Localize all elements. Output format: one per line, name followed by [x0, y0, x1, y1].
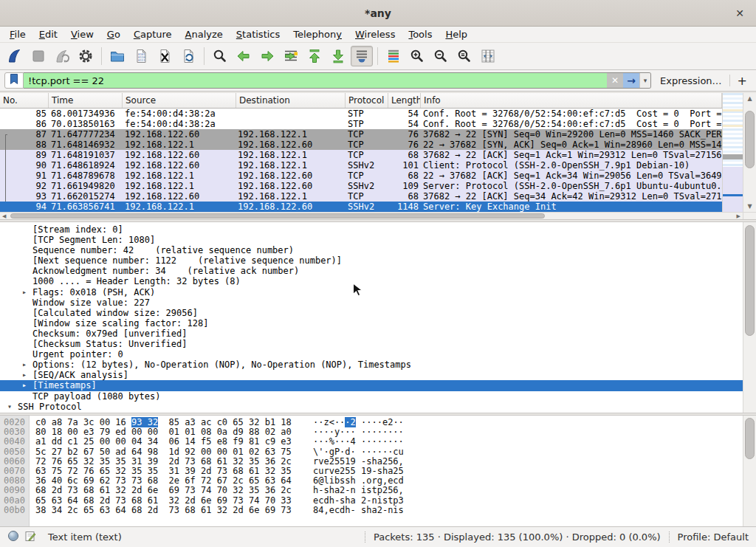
hex-row-00a0[interactable]: 00a065 63 64 68 2d 73 68 61 32 2d 6e 69 …	[0, 496, 756, 506]
add-filter-button[interactable]: +	[738, 74, 747, 88]
menu-item-wireless[interactable]: Wireless	[348, 27, 402, 41]
detail-line[interactable]: Urgent pointer: 0	[0, 349, 756, 359]
reload-file-button[interactable]	[177, 46, 199, 66]
scroll-down-arrow-icon[interactable]: ▼	[743, 203, 756, 210]
menu-item-telephony[interactable]: Telephony	[286, 27, 348, 41]
expression-button[interactable]: Expression…	[660, 75, 722, 86]
go-to-bottom-button[interactable]	[327, 46, 349, 66]
column-header-length[interactable]: Length	[388, 93, 421, 108]
filter-apply-button[interactable]: →	[623, 73, 639, 88]
go-to-top-button[interactable]	[303, 46, 326, 66]
hex-row-0090[interactable]: 009068 2d 73 68 61 32 2d 6e 69 73 74 70 …	[0, 486, 756, 495]
packet-list-hscroll-thumb[interactable]	[10, 213, 545, 219]
packet-list-vertical-scrollbar[interactable]: ▲ ▼	[743, 93, 756, 212]
details-vertical-scrollbar[interactable]	[743, 222, 756, 413]
close-window-button[interactable]: ✕	[732, 6, 747, 21]
display-filter-input[interactable]	[24, 73, 607, 88]
menu-item-edit[interactable]: Edit	[32, 27, 64, 41]
menu-item-capture[interactable]: Capture	[127, 27, 179, 41]
zoom-out-button[interactable]	[430, 46, 452, 66]
resize-columns-button[interactable]	[477, 46, 499, 66]
collapsed-arrow-icon[interactable]: ▸	[21, 359, 32, 370]
intelligent-scrollbar-minimap[interactable]	[722, 93, 743, 212]
column-header-info[interactable]: Info	[421, 93, 722, 108]
filter-dropdown-button[interactable]: ▾	[639, 73, 650, 88]
detail-line[interactable]: Sequence number: 42 (relative sequence n…	[0, 245, 756, 255]
close-file-button[interactable]	[154, 46, 176, 66]
detail-line[interactable]: [Next sequence number: 1122 (relative se…	[0, 255, 756, 266]
detail-line[interactable]: [Stream index: 0]	[0, 224, 756, 235]
detail-line[interactable]: [TCP Segment Len: 1080]	[0, 235, 756, 245]
packet-row-85[interactable]: 8568.001734936fe:54:00:d4:38:2aSTP54Conf…	[0, 109, 722, 119]
detail-line[interactable]: ▸SSH Version 2 (encryption:chacha20-poly…	[0, 412, 756, 413]
packet-list-scroll-thumb[interactable]	[745, 111, 755, 168]
expanded-arrow-icon[interactable]: ▾	[6, 402, 18, 412]
detail-line[interactable]: ▸[Timestamps]	[0, 380, 756, 391]
filter-clear-button[interactable]: ✕	[607, 73, 623, 88]
detail-line[interactable]: Checksum: 0x79ed [unverified]	[0, 328, 756, 339]
packet-row-87[interactable]: 8771.647777234192.168.122.60192.168.122.…	[0, 129, 722, 140]
detail-line[interactable]: [Checksum Status: Unverified]	[0, 339, 756, 349]
packet-row-86[interactable]: 8670.013850163fe:54:00:d4:38:2aSTP54Conf…	[0, 119, 722, 129]
stop-capture-button[interactable]	[27, 46, 49, 66]
go-back-button[interactable]	[233, 46, 255, 66]
expert-info-icon[interactable]	[7, 530, 19, 544]
packet-row-90[interactable]: 9071.648618924192.168.122.60192.168.122.…	[0, 160, 722, 171]
menu-item-go[interactable]: Go	[100, 27, 127, 41]
restart-capture-button[interactable]	[51, 46, 73, 66]
menu-item-tools[interactable]: Tools	[402, 27, 439, 41]
menu-item-file[interactable]: File	[3, 27, 32, 41]
find-packet-button[interactable]	[209, 46, 231, 66]
open-file-button[interactable]	[106, 46, 128, 66]
hex-row-0040[interactable]: 0040a1 dd c1 25 00 00 04 34 06 14 f5 e8 …	[0, 437, 756, 447]
auto-scroll-button[interactable]	[351, 46, 373, 66]
collapsed-arrow-icon[interactable]: ▸	[21, 287, 32, 297]
bytes-scroll-thumb[interactable]	[745, 418, 755, 459]
detail-line[interactable]: TCP payload (1080 bytes)	[0, 391, 756, 402]
menu-item-view[interactable]: View	[64, 27, 100, 41]
save-file-button[interactable]: 010101100111	[130, 46, 152, 66]
detail-line[interactable]: ▸Options: (12 bytes), No-Operation (NOP)…	[0, 359, 756, 370]
detail-line[interactable]: [Calculated window size: 29056]	[0, 308, 756, 318]
packet-row-89[interactable]: 8971.648191037192.168.122.60192.168.122.…	[0, 150, 722, 160]
detail-line[interactable]: 1000 .... = Header Length: 32 bytes (8)	[0, 276, 756, 286]
detail-line[interactable]: ▾SSH Protocol	[0, 402, 756, 412]
profile-status[interactable]: Profile: Default	[678, 531, 749, 543]
zoom-in-button[interactable]	[406, 46, 428, 66]
details-scroll-thumb[interactable]	[745, 225, 755, 336]
detail-line[interactable]: [Window size scaling factor: 128]	[0, 318, 756, 328]
scroll-left-arrow-icon[interactable]: ◀	[2, 213, 6, 219]
column-header-destination[interactable]: Destination	[236, 93, 346, 108]
go-to-packet-button[interactable]	[280, 46, 302, 66]
packet-row-94[interactable]: 9471.663856741192.168.122.1192.168.122.6…	[0, 202, 722, 212]
packet-list-header[interactable]: No.TimeSourceDestinationProtocolLengthIn…	[0, 93, 722, 109]
hex-row-0050[interactable]: 00505c 27 b2 67 50 ad 64 98 1d 92 00 00 …	[0, 447, 756, 457]
detail-line[interactable]: Window size value: 227	[0, 297, 756, 308]
go-forward-button[interactable]	[256, 46, 278, 66]
packet-row-88[interactable]: 8871.648146932192.168.122.1192.168.122.6…	[0, 140, 722, 150]
collapsed-arrow-icon[interactable]: ▸	[21, 412, 32, 413]
packet-row-92[interactable]: 9271.661949820192.168.122.1192.168.122.6…	[0, 181, 722, 191]
menu-item-help[interactable]: Help	[439, 27, 474, 41]
capture-comment-icon[interactable]	[24, 530, 36, 544]
menu-item-analyze[interactable]: Analyze	[179, 27, 230, 41]
scroll-right-arrow-icon[interactable]: ▶	[737, 213, 740, 219]
scroll-up-arrow-icon[interactable]: ▲	[743, 95, 756, 102]
packet-list-horizontal-scrollbar[interactable]: ◀ ▶	[0, 212, 743, 219]
menu-item-statistics[interactable]: Statistics	[230, 27, 286, 41]
column-header-no[interactable]: No.	[0, 93, 49, 108]
hex-row-00b0[interactable]: 00b038 34 2c 65 63 64 68 2d 73 68 61 32 …	[0, 506, 756, 515]
column-header-time[interactable]: Time	[49, 93, 123, 108]
detail-line[interactable]: ▸[SEQ/ACK analysis]	[0, 370, 756, 380]
zoom-reset-button[interactable]	[453, 46, 475, 66]
start-capture-button[interactable]	[4, 46, 26, 66]
packet-row-91[interactable]: 9171.648789678192.168.122.1192.168.122.6…	[0, 171, 722, 181]
hex-row-0060[interactable]: 006072 76 65 32 35 35 31 39 2d 73 68 61 …	[0, 457, 756, 467]
bytes-vertical-scrollbar[interactable]	[743, 416, 756, 526]
detail-line[interactable]: Acknowledgment number: 34 (relative ack …	[0, 266, 756, 276]
colorize-button[interactable]	[382, 46, 405, 66]
column-header-protocol[interactable]: Protocol	[346, 93, 388, 108]
capture-options-button[interactable]	[75, 46, 97, 66]
collapsed-arrow-icon[interactable]: ▸	[21, 370, 32, 380]
filter-bookmark-button[interactable]	[4, 72, 24, 89]
